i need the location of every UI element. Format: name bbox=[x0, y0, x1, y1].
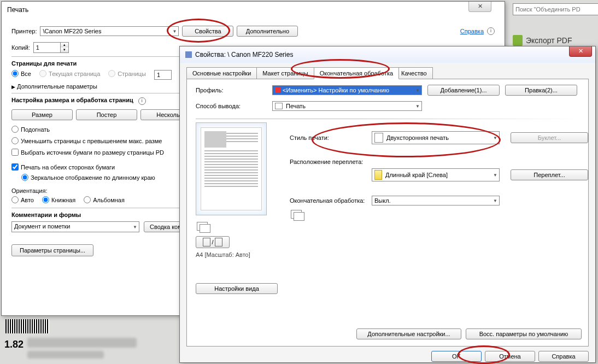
info-icon[interactable]: i bbox=[138, 97, 146, 105]
bottom-number: 1.82 bbox=[4, 339, 24, 350]
properties-dialog: ✕ Свойства: \ Canon MF220 Series Основны… bbox=[179, 46, 596, 363]
spin-up-icon[interactable]: ▲ bbox=[61, 43, 68, 48]
page-icon bbox=[203, 238, 210, 246]
output-select[interactable]: Печать bbox=[272, 101, 422, 111]
pages-group-title: Страницы для печати bbox=[11, 60, 77, 67]
add-profile-button[interactable]: Добавление(1)... bbox=[427, 85, 500, 96]
blurred-text bbox=[27, 338, 137, 348]
info-icon[interactable]: i bbox=[487, 27, 495, 35]
close-icon[interactable]: ✕ bbox=[569, 46, 592, 57]
ok-button[interactable]: OK bbox=[431, 351, 482, 362]
preview-caption: A4 [Масштаб: Авто] bbox=[196, 251, 278, 258]
profile-label: Профиль: bbox=[196, 87, 267, 93]
copies-spinner[interactable]: ▲▼ bbox=[33, 42, 69, 53]
binding-label: Расположение переплета: bbox=[290, 158, 588, 165]
sizing-group-title: Настройка размера и обработка страниц bbox=[11, 97, 133, 103]
flip-long-radio[interactable]: Зеркальное отображение по длинному краю bbox=[21, 174, 155, 181]
output-label: Способ вывода: bbox=[196, 103, 267, 109]
pages-all-radio[interactable]: Все bbox=[11, 70, 31, 77]
advanced-button[interactable]: Дополнительно bbox=[237, 26, 298, 37]
print-style-select[interactable]: Двухсторонняя печать bbox=[372, 131, 500, 144]
edit-profile-button[interactable]: Правка(2)... bbox=[505, 85, 577, 96]
pages-range-radio[interactable]: Страницы bbox=[108, 70, 146, 77]
page-check-icon bbox=[215, 238, 222, 246]
size-button[interactable]: Размер bbox=[11, 109, 73, 120]
restore-defaults-button[interactable]: Восс. параметры по умолчанию bbox=[466, 328, 582, 339]
chevron-right-icon[interactable]: ▶ bbox=[11, 84, 15, 90]
page-setup-button[interactable]: Параметры страницы... bbox=[11, 244, 93, 256]
tab-quality[interactable]: Качество bbox=[398, 67, 433, 79]
tabs: Основные настройки Макет страницы Оконча… bbox=[186, 67, 589, 79]
print-style-label: Стиль печати: bbox=[290, 134, 366, 141]
close-icon[interactable]: ✕ bbox=[468, 2, 491, 12]
tab-basic[interactable]: Основные настройки bbox=[186, 67, 257, 79]
finish-label: Окончательная обработка: bbox=[290, 197, 366, 204]
export-pdf-icon bbox=[513, 35, 523, 46]
profile-select[interactable]: <Изменить> Настройки по умолчанию bbox=[272, 85, 422, 95]
spin-down-icon[interactable]: ▼ bbox=[61, 48, 68, 52]
printer-icon bbox=[275, 103, 283, 109]
pages-stack-icon bbox=[196, 221, 212, 233]
tab-finishing[interactable]: Окончательная обработка bbox=[314, 67, 399, 79]
paper-source-check[interactable]: Выбрать источник бумаги по размеру стран… bbox=[11, 149, 164, 156]
duplex-icon bbox=[374, 133, 383, 143]
pencil-icon bbox=[275, 87, 280, 93]
duplex-check[interactable]: Печать на обеих сторонах бумаги bbox=[11, 163, 115, 171]
orientation-portrait[interactable]: Книжная bbox=[42, 196, 75, 203]
blurred-text bbox=[27, 351, 104, 359]
binding-select[interactable]: Длинный край [Слева] bbox=[372, 168, 500, 181]
properties-button[interactable]: Свойства bbox=[182, 26, 233, 37]
more-settings-button[interactable]: Дополнительные настройки... bbox=[356, 328, 461, 339]
view-toggle-button[interactable]: / bbox=[196, 236, 230, 248]
pages-current-radio[interactable]: Текущая страница bbox=[39, 70, 100, 77]
print-title: Печать bbox=[2, 2, 505, 18]
search-input[interactable] bbox=[513, 3, 598, 15]
help-link[interactable]: Справка bbox=[460, 28, 484, 34]
pages-stack-icon bbox=[290, 209, 306, 221]
orientation-landscape[interactable]: Альбомная bbox=[84, 196, 125, 203]
fit-radio[interactable]: Подогнать bbox=[11, 126, 50, 133]
orientation-auto[interactable]: Авто bbox=[11, 196, 34, 203]
view-settings-button[interactable]: Настройки вида bbox=[196, 283, 278, 294]
printer-label: Принтер: bbox=[11, 28, 37, 34]
help-button[interactable]: Справка bbox=[538, 351, 589, 362]
finish-select[interactable]: Выкл. bbox=[372, 196, 500, 206]
tab-layout[interactable]: Макет страницы bbox=[256, 67, 314, 79]
cancel-button[interactable]: Отмена bbox=[485, 351, 535, 362]
printer-icon bbox=[185, 51, 192, 58]
copies-label: Копий: bbox=[11, 44, 30, 51]
shrink-radio[interactable]: Уменьшить страницы с превышением макс. р… bbox=[11, 137, 162, 144]
comments-select[interactable]: Документ и пометки bbox=[11, 221, 139, 232]
page-preview bbox=[196, 122, 267, 215]
barcode bbox=[5, 319, 49, 333]
booklet-button[interactable]: Буклет... bbox=[511, 132, 588, 143]
binding-button[interactable]: Переплет... bbox=[511, 169, 588, 180]
printer-select[interactable]: \Canon MF220 Series bbox=[40, 26, 179, 36]
pages-range-input[interactable] bbox=[154, 70, 172, 80]
binding-icon bbox=[374, 170, 382, 180]
export-pdf-label[interactable]: Экспорт PDF bbox=[526, 36, 572, 45]
comments-group-title: Комментарии и формы bbox=[11, 212, 81, 218]
poster-button[interactable]: Постер bbox=[76, 109, 137, 120]
more-pages-link[interactable]: Дополнительные параметры bbox=[17, 83, 97, 90]
properties-title: Свойства: \ Canon MF220 Series bbox=[195, 51, 293, 58]
